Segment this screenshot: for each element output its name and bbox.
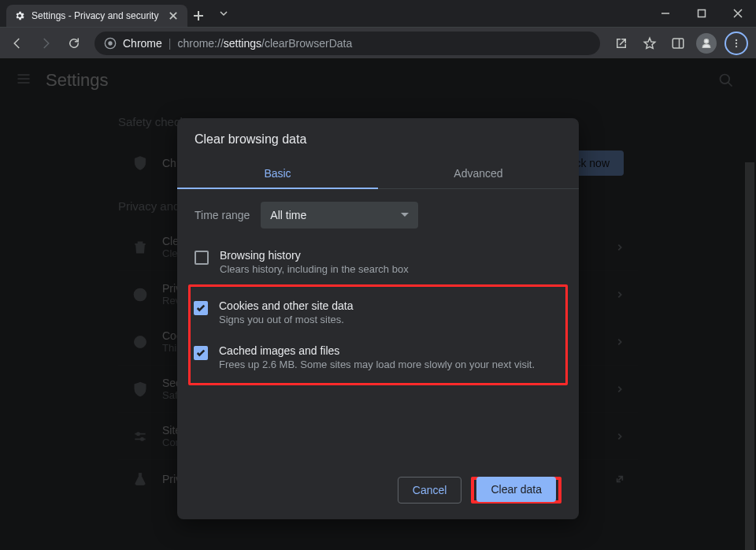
dialog-tabs: Basic Advanced bbox=[177, 158, 579, 189]
option-browsing-history[interactable]: Browsing history Clears history, includi… bbox=[195, 240, 561, 284]
clear-browsing-data-dialog: Clear browsing data Basic Advanced Time … bbox=[177, 118, 579, 519]
close-icon[interactable] bbox=[167, 9, 180, 22]
option-desc: Clears history, including in the search … bbox=[220, 263, 409, 275]
new-tab-button[interactable] bbox=[187, 5, 209, 27]
option-title: Cached images and files bbox=[219, 344, 535, 357]
browser-tab[interactable]: Settings - Privacy and security bbox=[6, 5, 187, 27]
svg-rect-3 bbox=[673, 39, 684, 48]
window-controls bbox=[647, 0, 756, 27]
option-title: Browsing history bbox=[220, 249, 409, 262]
url-divider: | bbox=[169, 37, 172, 50]
svg-point-5 bbox=[736, 42, 737, 43]
modal-overlay: Clear browsing data Basic Advanced Time … bbox=[0, 58, 756, 550]
svg-point-4 bbox=[736, 39, 737, 40]
tab-title: Settings - Privacy and security bbox=[32, 10, 158, 21]
minimize-button[interactable] bbox=[647, 0, 684, 27]
url-host: settings bbox=[224, 37, 261, 50]
maximize-button[interactable] bbox=[684, 0, 720, 27]
share-icon[interactable] bbox=[608, 30, 635, 57]
option-desc: Signs you out of most sites. bbox=[219, 314, 353, 325]
dialog-title: Clear browsing data bbox=[177, 118, 579, 158]
svg-rect-0 bbox=[699, 10, 706, 17]
avatar-icon bbox=[696, 33, 717, 54]
url-prefix: chrome:// bbox=[177, 37, 223, 50]
option-cookies[interactable]: Cookies and other site data Signs you ou… bbox=[194, 290, 559, 335]
svg-point-2 bbox=[108, 41, 112, 45]
time-range-select[interactable]: All time bbox=[261, 202, 418, 229]
profile-button[interactable] bbox=[693, 30, 720, 57]
more-menu-button[interactable] bbox=[724, 32, 748, 55]
option-cached[interactable]: Cached images and files Frees up 2.6 MB.… bbox=[194, 335, 559, 380]
checkbox[interactable] bbox=[194, 301, 208, 315]
checkbox[interactable] bbox=[195, 251, 209, 265]
address-bar[interactable]: Chrome | chrome://settings/clearBrowserD… bbox=[94, 32, 600, 55]
time-range-label: Time range bbox=[195, 209, 250, 221]
highlight-box: Clear data bbox=[471, 477, 561, 504]
bookmark-icon[interactable] bbox=[636, 30, 663, 57]
svg-point-6 bbox=[736, 45, 737, 46]
browser-toolbar: Chrome | chrome://settings/clearBrowserD… bbox=[0, 27, 756, 58]
option-desc: Frees up 2.6 MB. Some sites may load mor… bbox=[219, 359, 535, 370]
window-titlebar: Settings - Privacy and security bbox=[0, 0, 756, 27]
reload-button[interactable] bbox=[61, 31, 87, 56]
tab-basic[interactable]: Basic bbox=[177, 158, 378, 189]
option-title: Cookies and other site data bbox=[219, 299, 353, 312]
tab-advanced[interactable]: Advanced bbox=[378, 158, 579, 189]
close-window-button[interactable] bbox=[720, 0, 756, 27]
side-panel-icon[interactable] bbox=[665, 30, 691, 57]
url-path: /clearBrowserData bbox=[261, 37, 352, 50]
forward-button[interactable] bbox=[33, 31, 58, 56]
tab-search-button[interactable] bbox=[209, 0, 238, 27]
chrome-icon bbox=[104, 37, 117, 50]
gear-icon bbox=[14, 10, 25, 21]
highlight-box: Cookies and other site data Signs you ou… bbox=[188, 284, 568, 385]
url-scheme-label: Chrome bbox=[123, 37, 162, 50]
cancel-button[interactable]: Cancel bbox=[398, 477, 462, 504]
chevron-down-icon bbox=[401, 211, 409, 219]
clear-data-button[interactable]: Clear data bbox=[476, 477, 556, 502]
time-range-value: All time bbox=[270, 209, 306, 221]
back-button[interactable] bbox=[5, 31, 30, 56]
checkbox[interactable] bbox=[194, 346, 208, 360]
